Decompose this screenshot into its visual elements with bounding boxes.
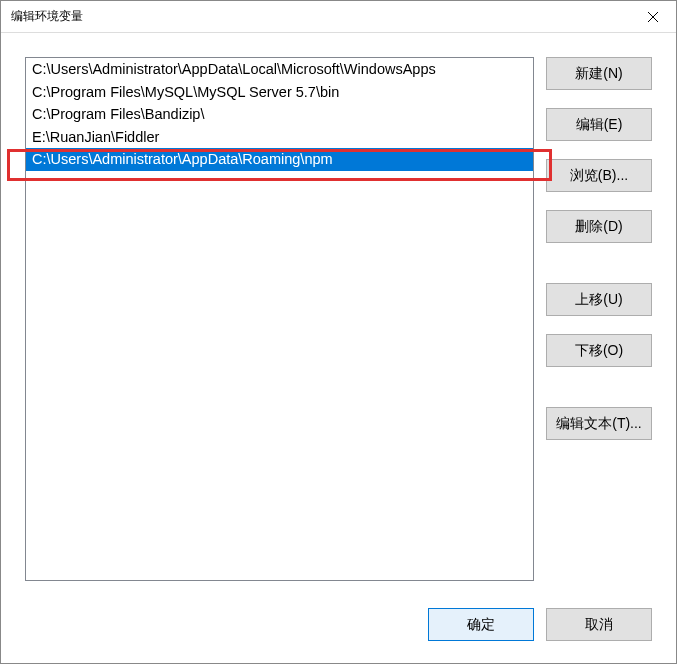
titlebar: 编辑环境变量 xyxy=(1,1,676,33)
move-up-button[interactable]: 上移(U) xyxy=(546,283,652,316)
dialog-footer: 确定 取消 xyxy=(1,592,676,663)
move-down-button[interactable]: 下移(O) xyxy=(546,334,652,367)
browse-button[interactable]: 浏览(B)... xyxy=(546,159,652,192)
dialog-title: 编辑环境变量 xyxy=(11,8,83,25)
delete-button[interactable]: 删除(D) xyxy=(546,210,652,243)
edit-button[interactable]: 编辑(E) xyxy=(546,108,652,141)
list-item[interactable]: C:\Program Files\MySQL\MySQL Server 5.7\… xyxy=(26,81,533,104)
close-button[interactable] xyxy=(630,1,676,32)
list-item[interactable]: C:\Users\Administrator\AppData\Local\Mic… xyxy=(26,58,533,81)
cancel-button[interactable]: 取消 xyxy=(546,608,652,641)
list-item-selected[interactable]: C:\Users\Administrator\AppData\Roaming\n… xyxy=(26,148,533,171)
side-button-column: 新建(N) 编辑(E) 浏览(B)... 删除(D) 上移(U) 下移(O) 编… xyxy=(546,57,652,592)
path-list[interactable]: C:\Users\Administrator\AppData\Local\Mic… xyxy=(25,57,534,581)
env-var-editor-dialog: 编辑环境变量 C:\Users\Administrator\AppData\Lo… xyxy=(0,0,677,664)
edit-text-button[interactable]: 编辑文本(T)... xyxy=(546,407,652,440)
list-item[interactable]: C:\Program Files\Bandizip\ xyxy=(26,103,533,126)
new-button[interactable]: 新建(N) xyxy=(546,57,652,90)
list-item[interactable]: E:\RuanJian\Fiddler xyxy=(26,126,533,149)
close-icon xyxy=(648,12,658,22)
ok-button[interactable]: 确定 xyxy=(428,608,534,641)
